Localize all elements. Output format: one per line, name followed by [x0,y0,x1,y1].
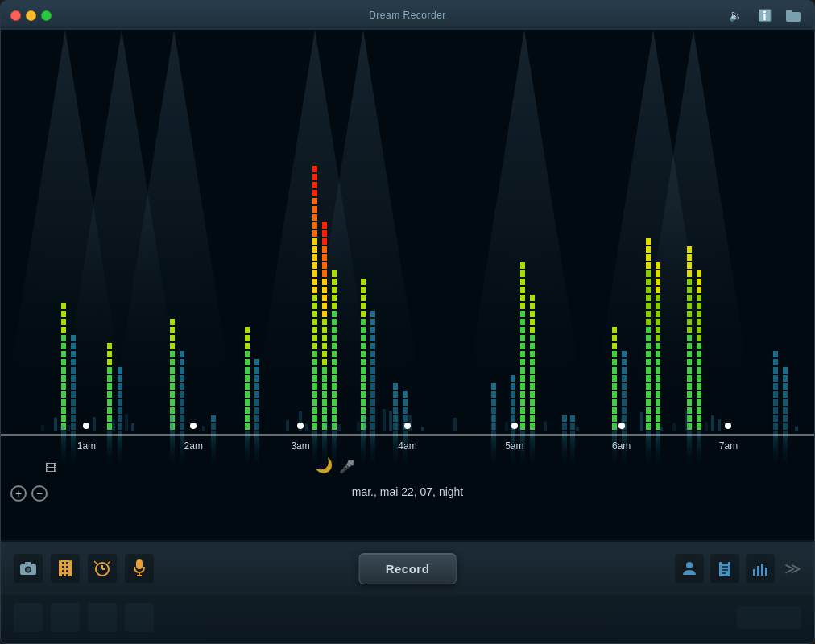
timeline-label-7am: 7am [719,440,738,452]
film-strip-button[interactable] [51,554,80,583]
timeline-axis [1,434,814,436]
app-window: Dream Recorder 🔈 ℹ️ 1am 2am [0,0,815,644]
svg-rect-12 [62,574,64,576]
close-button[interactable] [10,10,21,21]
svg-line-20 [94,561,97,564]
svg-rect-31 [753,569,755,576]
svg-rect-7 [59,560,60,576]
svg-point-4 [27,568,31,572]
speaker-icon[interactable]: 🔈 [724,4,747,27]
main-area: 1am 2am 3am 4am 5am 6am [1,30,814,540]
timeline-label-4am: 4am [398,440,416,452]
svg-rect-16 [66,574,68,576]
timeline-label-5am: 5am [505,440,523,452]
bottom-toolbar: Record [1,540,814,595]
svg-rect-6 [60,560,70,576]
visualization-canvas [1,30,814,540]
svg-rect-22 [136,559,143,569]
svg-rect-14 [66,566,68,568]
titlebar-actions: 🔈 ℹ️ [724,4,805,27]
zoom-out-button[interactable]: − [31,485,48,502]
svg-rect-33 [761,564,763,576]
timeline-label-2am: 2am [184,440,203,452]
camera-icon-button[interactable] [14,554,43,583]
timeline-label-6am: 6am [612,440,631,452]
svg-rect-11 [62,570,64,572]
svg-rect-5 [25,562,31,565]
timeline-label-3am: 3am [291,440,309,452]
date-display: mar., mai 22, 07, night [1,485,814,498]
timeline-label-1am: 1am [77,440,96,452]
person-icon-button[interactable] [675,554,704,583]
diagonal-lines-icon: ≫ [784,559,801,578]
mic-icon: 🎤 [339,459,355,474]
timeline-labels: 1am 2am 3am 4am 5am 6am [1,440,814,452]
zoom-in-button[interactable]: + [10,485,27,502]
svg-rect-10 [62,566,64,568]
minimize-button[interactable] [26,10,36,21]
svg-rect-26 [719,562,730,576]
record-button[interactable]: Record [359,553,457,584]
moon-icon: 🌙 [315,456,333,474]
folder-icon[interactable] [782,4,805,27]
toolbar-right: ≫ [675,554,801,583]
reflection-strip [1,595,814,643]
zoom-controls: + − [10,485,48,502]
svg-rect-27 [722,560,728,564]
info-icon[interactable]: ℹ️ [753,4,776,27]
svg-rect-8 [70,560,72,576]
toolbar-left [14,554,154,583]
svg-rect-34 [765,568,767,576]
chart-button[interactable] [746,554,775,583]
maximize-button[interactable] [41,10,52,21]
svg-line-21 [108,561,110,564]
svg-rect-32 [757,566,759,576]
svg-point-25 [686,562,693,568]
svg-rect-15 [66,570,68,572]
microphone-button[interactable] [125,554,154,583]
svg-rect-13 [66,562,68,564]
window-controls [10,10,52,21]
svg-rect-9 [62,562,64,564]
svg-rect-1 [786,10,792,14]
film-icon: 🎞 [45,461,56,474]
alarm-button[interactable] [88,554,117,583]
clipboard-button[interactable] [710,554,739,583]
title-bar: Dream Recorder 🔈 ℹ️ [1,1,814,30]
app-title: Dream Recorder [369,10,446,21]
